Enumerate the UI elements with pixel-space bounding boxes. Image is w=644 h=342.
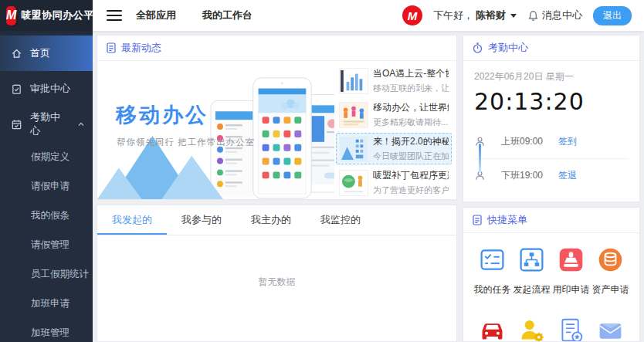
quick-item-label: 用印申请 xyxy=(553,283,590,296)
user-avatar[interactable]: M xyxy=(402,5,422,25)
tab-initiated-by-me[interactable]: 我发起的 xyxy=(97,205,167,235)
attendance-panel: 考勤中心 2022年06月20日 星期一 20:13:20 上班09:00 签到 xyxy=(463,35,640,202)
quick-menu-header: 快捷菜单 xyxy=(463,208,639,233)
news-thumbnail xyxy=(339,136,368,162)
bell-icon xyxy=(527,10,539,22)
quick-item-label: 我的任务 xyxy=(474,283,511,296)
tasks-panel: 我发起的 我参与的 我主办的 我监控的 暂无数据 xyxy=(97,205,457,342)
banner-headline: 移动办公 xyxy=(116,101,208,129)
shift-label: 上班09:00 xyxy=(501,135,558,148)
sidebar-subitem-overtime-request[interactable]: 加班申请 xyxy=(0,289,93,318)
seal-request-icon xyxy=(557,244,585,275)
quick-item-new-mail[interactable]: 新建邮件 xyxy=(591,315,630,342)
sidebar-item-home[interactable]: 首页 xyxy=(0,36,93,71)
quick-item-label: 发起流程 xyxy=(514,283,551,296)
sidebar-item-approval-center[interactable]: 审批中心 xyxy=(0,71,93,107)
sidebar-subitem-leave-management[interactable]: 请假管理 xyxy=(0,230,93,259)
news-thumbnail xyxy=(339,102,368,128)
attendance-row-checkin: 上班09:00 签到 xyxy=(474,125,629,158)
news-title: 当OA遇上云-整个协同OA xyxy=(373,67,449,80)
news-desc: 更多精彩敬请期待........ xyxy=(373,117,449,128)
news-title: 来！揭开2.0的神秘面纱- xyxy=(373,135,449,148)
latest-news-panel: 最新动态 xyxy=(97,35,457,200)
tasks-tabs: 我发起的 我参与的 我主办的 我监控的 xyxy=(97,205,456,235)
news-list: 当OA遇上云-整个协同OA 移动互联的到来，让OA与云 移动办公，让世界触手可 … xyxy=(334,61,456,199)
news-desc: 今日唛盟团队正在加班加点， xyxy=(373,151,449,162)
quick-item-label: 资产申请 xyxy=(592,283,629,296)
latest-news-header: 最新动态 xyxy=(97,36,456,61)
quick-item-my-tasks[interactable]: 我的任务 xyxy=(473,244,512,296)
my-tasks-icon xyxy=(478,244,507,275)
news-thumbnail xyxy=(339,68,368,94)
header-main: 全部应用 我的工作台 M 下午好，陈裕财 消息中心 退出 xyxy=(93,0,644,31)
news-title: 移动办公，让世界触手可 xyxy=(373,101,449,114)
timeline-connector xyxy=(479,144,481,173)
chevron-up-icon xyxy=(77,120,85,128)
quick-item-start-flow[interactable]: 发起流程 xyxy=(512,244,551,296)
sidebar-subitem-my-leave-notes[interactable]: 我的假条 xyxy=(0,201,93,230)
news-item[interactable]: 唛盟补丁包程序更新 为了营造更好的客户体验，唛 xyxy=(336,167,452,198)
sidebar-item-label: 审批中心 xyxy=(30,82,85,96)
tab-hosted-by-me[interactable]: 我主办的 xyxy=(236,205,306,235)
news-banner[interactable]: 移动办公 帮你领先同行 把工作带出办公室 xyxy=(97,61,334,199)
tab-participated-by-me[interactable]: 我参与的 xyxy=(167,205,236,235)
shift-label: 下班19:00 xyxy=(501,169,558,182)
username: 陈裕财 xyxy=(476,8,506,22)
sidebar-subitem-employee-holiday-stats[interactable]: 员工假期统计 xyxy=(0,259,93,289)
attendance-clock: 20:13:20 xyxy=(474,88,629,115)
attendance-header: 考勤中心 xyxy=(463,36,639,61)
new-mail-icon xyxy=(596,315,625,342)
quick-item-meeting-request[interactable]: 会议申请 xyxy=(512,315,551,342)
message-center-label: 消息中心 xyxy=(542,8,582,22)
tab-monitored-by-me[interactable]: 我监控的 xyxy=(306,205,375,235)
menu-toggle-icon[interactable] xyxy=(107,10,122,22)
news-item[interactable]: 当OA遇上云-整个协同OA 移动互联的到来，让OA与云 xyxy=(336,65,452,97)
meeting-request-icon xyxy=(517,315,546,342)
chevron-down-icon xyxy=(510,14,517,18)
user-menu[interactable]: 下午好，陈裕财 xyxy=(433,8,517,22)
sidebar-item-attendance-center[interactable]: 考勤中心 xyxy=(0,107,93,142)
panel-title: 最新动态 xyxy=(121,41,161,55)
check-out-link[interactable]: 签退 xyxy=(558,169,577,182)
document-icon xyxy=(107,42,116,53)
message-center-button[interactable]: 消息中心 xyxy=(527,8,582,22)
quick-item-car-request[interactable]: 用车申请 xyxy=(473,315,512,342)
car-request-icon xyxy=(478,315,507,342)
check-in-link[interactable]: 签到 xyxy=(558,135,577,148)
logout-button[interactable]: 退出 xyxy=(593,6,632,25)
nav-all-apps[interactable]: 全部应用 xyxy=(136,8,176,22)
quick-item-asset-request[interactable]: 资产申请 xyxy=(591,244,630,296)
sidebar-item-label: 考勤中心 xyxy=(30,110,69,138)
logo-zone: M 唛盟协同办公平台 xyxy=(0,0,93,31)
banner-subline: 帮你领先同行 把工作带出办公室 xyxy=(117,137,255,148)
approval-icon xyxy=(11,83,22,95)
document-icon xyxy=(473,215,482,225)
sidebar: 首页 审批中心 考勤中心 假期定义 请假申请 我的假条 请假管理 员 xyxy=(0,31,93,342)
header-right: M 下午好，陈裕财 消息中心 退出 xyxy=(402,5,635,25)
top-header: M 唛盟协同办公平台 全部应用 我的工作台 M 下午好，陈裕财 消息中心 xyxy=(0,0,644,31)
new-contract-icon xyxy=(557,315,585,342)
panel-title: 快捷菜单 xyxy=(487,213,527,227)
nav-my-workbench[interactable]: 我的工作台 xyxy=(202,8,253,22)
sidebar-subitem-overtime-management[interactable]: 加班管理 xyxy=(0,318,93,342)
sidebar-subitem-leave-request[interactable]: 请假申请 xyxy=(0,171,93,201)
news-desc: 为了营造更好的客户体验，唛 xyxy=(373,185,449,196)
news-desc: 移动互联的到来，让OA与云 xyxy=(373,83,449,94)
news-title: 唛盟补丁包程序更新 xyxy=(373,169,449,182)
top-nav: 全部应用 我的工作台 xyxy=(136,8,253,22)
quick-item-new-contract[interactable]: 新建合同 xyxy=(551,315,591,342)
attendance-icon xyxy=(11,119,22,130)
news-thumbnail xyxy=(339,170,368,196)
sidebar-subitem-holiday-definition[interactable]: 假期定义 xyxy=(0,142,93,171)
banner-art xyxy=(97,61,334,199)
empty-data-text: 暂无数据 xyxy=(97,276,456,289)
sidebar-item-label: 首页 xyxy=(30,46,85,60)
stopwatch-icon xyxy=(473,42,483,53)
attendance-row-checkout: 下班19:00 签退 xyxy=(474,158,629,191)
greeting-text: 下午好， xyxy=(433,8,473,22)
news-item[interactable]: 移动办公，让世界触手可 更多精彩敬请期待........ xyxy=(336,99,452,130)
news-item-highlighted[interactable]: 来！揭开2.0的神秘面纱- 今日唛盟团队正在加班加点， xyxy=(336,133,452,164)
attendance-date: 2022年06月20日 星期一 xyxy=(474,70,629,83)
asset-request-icon xyxy=(596,244,625,275)
quick-item-seal-request[interactable]: 用印申请 xyxy=(551,244,591,296)
